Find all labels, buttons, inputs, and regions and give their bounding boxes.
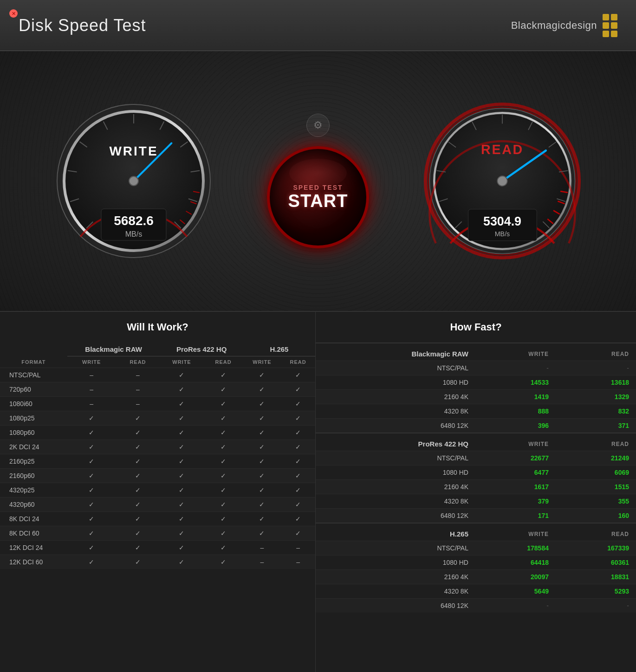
h265-write-cell: ✓ [243, 526, 281, 541]
row-label: 720p60 [0, 382, 67, 397]
row-label: 4320p25 [0, 483, 67, 498]
fast-group-label: H.265 [316, 523, 475, 541]
table-row: 1080p25 ✓ ✓ ✓ ✓ ✓ ✓ [0, 411, 315, 426]
pr-read-cell: ✓ [204, 498, 243, 512]
fast-read-val: 832 [556, 404, 636, 419]
bm-read-cell: ✓ [116, 541, 160, 555]
row-label: NTSC/PAL [0, 368, 67, 382]
pr-read-subheader: READ [204, 356, 243, 368]
start-label: START [288, 191, 348, 211]
fast-write-val: 22677 [475, 451, 556, 465]
h265-read-cell: – [281, 555, 315, 569]
fast-table-row: 6480 12K 396 371 [316, 419, 636, 433]
bm-write-cell: – [67, 368, 116, 382]
fast-write-val: - [475, 599, 556, 613]
bm-write-cell: ✓ [67, 541, 116, 555]
will-it-work-panel: Will It Work? Blackmagic RAW ProRes 422 … [0, 312, 316, 672]
write-col-header: WRITE [475, 433, 556, 451]
brand-icon [603, 14, 617, 37]
fast-table-row: 6480 12K 171 160 [316, 509, 636, 523]
fast-read-val: 5293 [556, 584, 636, 599]
fast-table-row: 1080 HD 64418 60361 [316, 556, 636, 570]
h265-read-cell: – [281, 541, 315, 555]
h265-read-cell: ✓ [281, 411, 315, 426]
h265-read-cell: ✓ [281, 440, 315, 454]
table-row: 4320p60 ✓ ✓ ✓ ✓ ✓ ✓ [0, 498, 315, 512]
write-gauge: WRITE 5682.6 MB/s [55, 102, 213, 260]
table-row: 12K DCI 24 ✓ ✓ ✓ ✓ – – [0, 541, 315, 555]
brand-dot-3 [603, 22, 609, 29]
row-label: 12K DCI 60 [0, 555, 67, 569]
pr-write-cell: ✓ [160, 483, 203, 498]
fast-row-label: 1080 HD [316, 556, 475, 570]
table-row: 720p60 – – ✓ ✓ ✓ ✓ [0, 382, 315, 397]
fast-write-val: 6477 [475, 465, 556, 480]
h265-read-cell: ✓ [281, 498, 315, 512]
pr-write-cell: ✓ [160, 454, 203, 469]
pr-write-cell: ✓ [160, 498, 203, 512]
bm-write-cell: ✓ [67, 440, 116, 454]
row-label: 1080i60 [0, 397, 67, 411]
pr-write-cell: ✓ [160, 368, 203, 382]
h265-write-cell: – [243, 555, 281, 569]
table-row: 8K DCI 60 ✓ ✓ ✓ ✓ ✓ ✓ [0, 526, 315, 541]
start-button[interactable]: SPEED TEST START [267, 146, 369, 248]
bm-read-subheader: READ [116, 356, 160, 368]
fast-write-val: 396 [475, 419, 556, 433]
table-row: NTSC/PAL – – ✓ ✓ ✓ ✓ [0, 368, 315, 382]
bm-read-cell: ✓ [116, 411, 160, 426]
pr-write-cell: ✓ [160, 397, 203, 411]
row-label: 2160p25 [0, 454, 67, 469]
fast-write-val: 1617 [475, 480, 556, 494]
fast-write-val: 171 [475, 509, 556, 523]
fast-read-val: 21249 [556, 451, 636, 465]
read-gauge-container: READ 5304.9 MB/s [423, 102, 581, 260]
brand-dot-1 [603, 14, 609, 20]
speed-test-label: SPEED TEST [293, 184, 343, 191]
fast-read-val: 60361 [556, 556, 636, 570]
table-row: 2160p60 ✓ ✓ ✓ ✓ ✓ ✓ [0, 469, 315, 483]
row-label: 1080p25 [0, 411, 67, 426]
fast-write-val: 14533 [475, 375, 556, 390]
fast-table-row: 4320 8K 5649 5293 [316, 584, 636, 599]
fast-row-label: NTSC/PAL [316, 361, 475, 375]
h265-write-cell: ✓ [243, 498, 281, 512]
h265-write-subheader: WRITE [243, 356, 281, 368]
bm-read-cell: ✓ [116, 498, 160, 512]
pr-read-cell: ✓ [204, 469, 243, 483]
pr-read-cell: ✓ [204, 541, 243, 555]
fast-table-row: 2160 4K 1419 1329 [316, 390, 636, 404]
h265-write-cell: ✓ [243, 512, 281, 526]
fast-read-val: 355 [556, 494, 636, 509]
fast-read-val: 13618 [556, 375, 636, 390]
bm-write-cell: ✓ [67, 411, 116, 426]
start-button-area: ⚙ SPEED TEST START [267, 114, 369, 248]
fast-write-val: 379 [475, 494, 556, 509]
brand-logo: Blackmagicdesign [511, 14, 617, 37]
brand-name: Blackmagicdesign [511, 19, 597, 32]
gear-button[interactable]: ⚙ [306, 114, 330, 137]
row-label: 2160p60 [0, 469, 67, 483]
table-row: 1080p60 ✓ ✓ ✓ ✓ ✓ ✓ [0, 426, 315, 440]
table-row: 8K DCI 24 ✓ ✓ ✓ ✓ ✓ ✓ [0, 512, 315, 526]
svg-text:5682.6: 5682.6 [114, 213, 154, 228]
table-row: 2160p25 ✓ ✓ ✓ ✓ ✓ ✓ [0, 454, 315, 469]
pr-write-cell: ✓ [160, 541, 203, 555]
fast-write-val: - [475, 361, 556, 375]
h265-read-cell: ✓ [281, 526, 315, 541]
bm-write-cell: ✓ [67, 512, 116, 526]
fast-row-label: 2160 4K [316, 390, 475, 404]
close-button[interactable]: ✕ [9, 9, 18, 18]
row-label: 12K DCI 24 [0, 541, 67, 555]
read-gauge: READ 5304.9 MB/s [423, 102, 581, 260]
fast-write-val: 5649 [475, 584, 556, 599]
bm-write-cell: ✓ [67, 454, 116, 469]
fast-write-val: 20097 [475, 570, 556, 584]
fast-table-row: 4320 8K 888 832 [316, 404, 636, 419]
bm-read-cell: ✓ [116, 512, 160, 526]
bm-write-cell: – [67, 382, 116, 397]
pr-write-cell: ✓ [160, 382, 203, 397]
bm-read-cell: ✓ [116, 440, 160, 454]
h265-write-cell: ✓ [243, 411, 281, 426]
fast-table-row: 4320 8K 379 355 [316, 494, 636, 509]
